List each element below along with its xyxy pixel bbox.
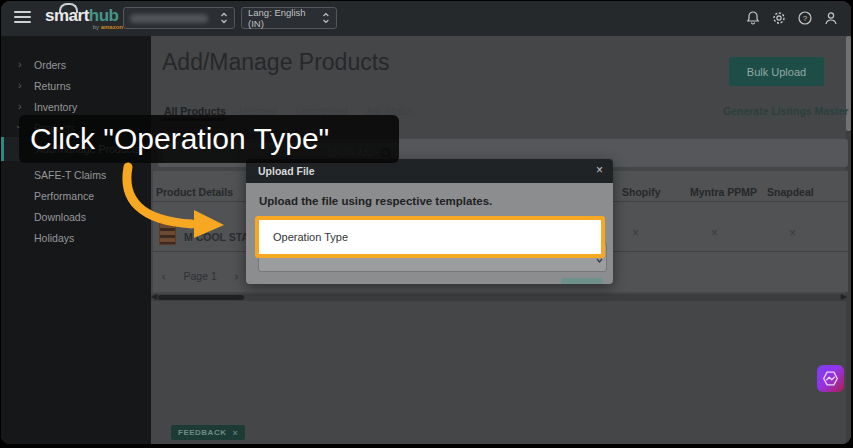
top-bar: smarthub by amazon Lang: English (IN) (1, 1, 851, 36)
status-x-myntra: × (711, 226, 718, 240)
modal-description: Upload the file using respective templat… (259, 195, 492, 207)
column-header-snapdeal: Snapdeal (767, 186, 814, 198)
topbar-icons: ? (745, 10, 839, 26)
language-dropdown-value: Lang: English (IN) (248, 7, 322, 29)
annotation-callout: Click "Operation Type" (19, 115, 399, 163)
chevron-updown-icon (220, 12, 228, 24)
product-thumbnail (159, 223, 176, 245)
feedback-button[interactable]: FEEDBACK × (171, 425, 245, 440)
scroll-left-icon[interactable]: ◀ (151, 292, 157, 301)
language-dropdown[interactable]: Lang: English (IN) (241, 7, 337, 29)
logo-arc (59, 3, 78, 13)
app-window: smarthub by amazon Lang: English (IN) (1, 1, 851, 444)
hamburger-menu-icon[interactable] (14, 11, 31, 24)
chevron-right-icon: › (18, 79, 22, 91)
chevron-updown-icon (322, 12, 330, 24)
sidebar-item-performance[interactable]: Performance (1, 187, 151, 207)
bulk-upload-button[interactable]: Bulk Upload (729, 57, 824, 86)
sidebar-item-holidays[interactable]: Holidays (1, 229, 151, 249)
close-icon[interactable]: × (596, 163, 603, 177)
logo-text: smarthub (45, 6, 118, 25)
highlight-ring: Operation Type (255, 216, 605, 258)
column-header-shopify: Shopify (622, 186, 661, 198)
smarthub-logo[interactable]: smarthub by amazon (45, 6, 125, 32)
svg-text:?: ? (803, 14, 808, 23)
gear-icon[interactable] (771, 10, 787, 26)
logo-byline: by amazon (93, 24, 123, 30)
sidebar-item-safe-t-claims[interactable]: SAFE-T Claims (1, 166, 151, 186)
column-header-product-details: Product Details (156, 186, 233, 198)
scribe-hexagon-icon (822, 370, 839, 387)
sidebar-nav: › Orders › Returns › Inventory › Product… (1, 36, 151, 444)
modal-title: Upload File (258, 165, 315, 177)
chevron-right-icon: › (18, 58, 22, 70)
page-prev-button[interactable]: ‹ (162, 270, 166, 282)
feedback-close-icon[interactable]: × (232, 428, 238, 438)
pagination: ‹Page 1› (153, 270, 247, 282)
operation-type-value: Operation Type (273, 231, 348, 243)
sidebar-item-downloads[interactable]: Downloads (1, 208, 151, 228)
sidebar-item-returns[interactable]: › Returns (1, 77, 151, 97)
status-x-snapdeal: × (789, 226, 796, 240)
upload-button[interactable]: Upload (561, 278, 603, 284)
status-x-shopify: × (632, 226, 639, 240)
help-icon[interactable]: ? (797, 10, 813, 26)
horizontal-scrollbar-thumb[interactable] (158, 295, 244, 300)
column-header-myntra-ppmp: Myntra PPMP (690, 186, 757, 198)
horizontal-scrollbar[interactable]: ◀ ▶ (151, 294, 848, 301)
sidebar-item-orders[interactable]: › Orders (1, 56, 151, 76)
annotation-text: Click "Operation Type" (30, 122, 329, 156)
operation-type-select-highlighted[interactable]: Operation Type (259, 220, 601, 254)
user-icon[interactable] (823, 10, 839, 26)
bell-icon[interactable] (745, 10, 761, 26)
page-title: Add/Manage Products (162, 49, 390, 76)
page-label: Page 1 (184, 270, 217, 282)
generate-listings-master-link[interactable]: Generate Listings Master (723, 105, 848, 117)
chevron-right-icon: › (18, 100, 22, 112)
redacted-account-name (130, 14, 208, 23)
scroll-right-icon[interactable]: ▶ (841, 292, 847, 301)
scribe-badge[interactable] (817, 365, 844, 392)
account-dropdown[interactable] (123, 7, 235, 29)
page-next-button[interactable]: › (235, 270, 239, 282)
